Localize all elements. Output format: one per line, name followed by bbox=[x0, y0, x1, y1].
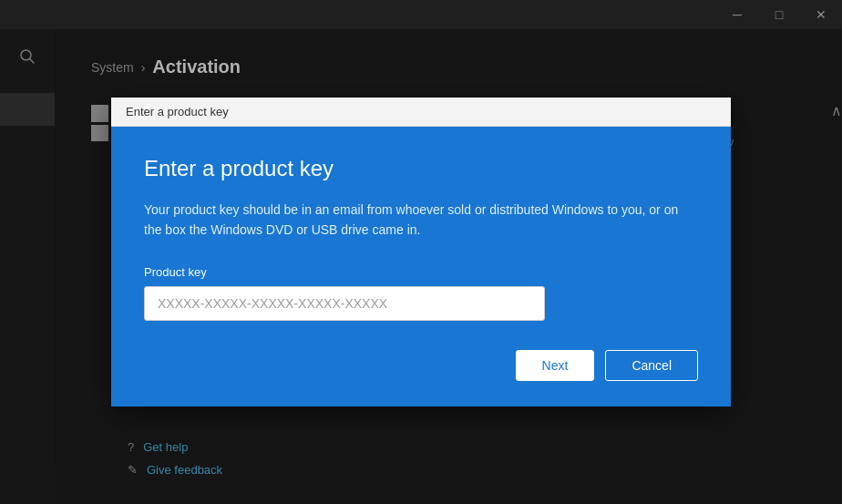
dialog-overlay: Enter a product key Enter a product key … bbox=[0, 0, 842, 504]
dialog-title: Enter a product key bbox=[144, 156, 698, 181]
dialog-titlebar: Enter a product key bbox=[111, 98, 731, 127]
product-key-dialog: Enter a product key Enter a product key … bbox=[111, 98, 731, 407]
dialog-description: Your product key should be in an email f… bbox=[144, 200, 698, 241]
cancel-button[interactable]: Cancel bbox=[605, 350, 698, 381]
next-button[interactable]: Next bbox=[516, 350, 595, 381]
dialog-buttons: Next Cancel bbox=[144, 350, 698, 381]
product-key-input[interactable] bbox=[144, 286, 545, 321]
dialog-titlebar-text: Enter a product key bbox=[126, 105, 229, 118]
product-key-label: Product key bbox=[144, 265, 698, 279]
dialog-body: Enter a product key Your product key sho… bbox=[111, 127, 731, 407]
